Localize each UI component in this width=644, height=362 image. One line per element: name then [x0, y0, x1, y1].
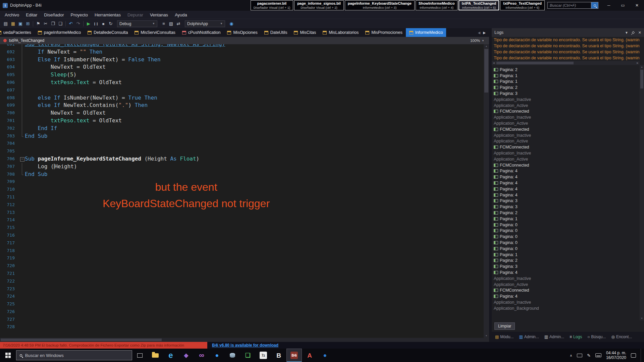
tab-pageinformemedico[interactable]: pageInformeMedico — [35, 28, 84, 37]
file-explorer-icon[interactable] — [148, 349, 163, 362]
panel-splitter[interactable] — [489, 28, 492, 342]
access-icon[interactable]: A — [302, 349, 317, 362]
open-sub-tile[interactable]: page_informe_signos.bilDiseñador Visual … — [294, 0, 344, 10]
tab-uedapacientes[interactable]: uedaPacientes — [0, 28, 35, 37]
blue-circle-app-icon[interactable]: ● — [317, 349, 333, 362]
open-sub-tile[interactable]: txtPeso_TextChangedInformeMedico (ctrl +… — [500, 0, 545, 10]
visual-studio-icon[interactable]: ∞ — [194, 349, 209, 362]
log-entry[interactable]: Pagina: 0 — [494, 222, 640, 228]
log-entry[interactable]: Pagina: 0 — [494, 228, 640, 234]
log-entry[interactable]: Pagina: 3 — [494, 204, 640, 210]
copy-icon[interactable]: ❐ — [49, 21, 57, 26]
log-entry[interactable]: Pagina: 4 — [494, 180, 640, 186]
cut-icon[interactable]: ✂ — [42, 21, 49, 26]
edge-icon[interactable]: e — [163, 349, 178, 362]
log-entry[interactable]: Application_Inactive — [494, 276, 640, 282]
dock-tab-mdu[interactable]: ▤Módu... — [493, 333, 516, 341]
dock-tab-logs[interactable]: ≡Logs — [568, 333, 584, 341]
redo-icon[interactable]: ↷ — [74, 21, 82, 26]
menu-ventanas[interactable]: Ventanas — [147, 12, 171, 17]
open-sub-tile[interactable]: pagacontener.bilDiseñador Visual (ctrl +… — [251, 0, 293, 10]
logs-horizontal-scrollbar[interactable]: ◀ ▶ — [492, 61, 640, 65]
taskbar-search-input[interactable] — [25, 353, 128, 358]
scroll-left-icon[interactable]: ◀ — [492, 61, 496, 65]
log-entry[interactable]: Application_Active — [494, 282, 640, 288]
close-panel-icon[interactable]: ✕ — [638, 31, 641, 35]
7zip-icon[interactable]: 7z — [256, 349, 271, 362]
tab-misserviconsultas[interactable]: MisServiConsultas — [131, 28, 179, 37]
editor-zoom-select[interactable]: 100% ▼ — [470, 39, 489, 43]
log-entry[interactable]: Pagina: 0 — [494, 234, 640, 240]
run-icon[interactable]: ▶ — [85, 21, 92, 26]
tab-detalledeconsulta[interactable]: DetalledeConsulta — [84, 28, 131, 37]
blue-dot-app-icon[interactable]: ● — [209, 349, 225, 362]
log-entry[interactable]: FCMConnected — [494, 287, 640, 293]
dock-tab-admin[interactable]: ▥Admin... — [517, 333, 541, 341]
scroll-up-icon[interactable]: ▲ — [640, 65, 644, 69]
task-view-button[interactable] — [132, 349, 148, 362]
undo-icon[interactable]: ↶ — [67, 21, 74, 26]
tab-mislaboratorios[interactable]: MisLaboratorios — [319, 28, 362, 37]
b4i-icon[interactable]: B4i — [286, 349, 302, 362]
hidden-icons-chevron[interactable]: ∧ — [570, 354, 572, 357]
log-entry[interactable]: FCMConnected — [494, 162, 640, 168]
log-entry[interactable]: Application_Active — [494, 138, 640, 144]
tab-informemedico[interactable]: InformeMedico — [406, 28, 446, 37]
start-button[interactable] — [0, 349, 16, 362]
log-entry[interactable]: Pagina: 2 — [494, 258, 640, 264]
new-file-icon[interactable]: ▤ — [2, 21, 9, 26]
log-entry[interactable]: Pagina: 1 — [494, 79, 640, 85]
save-all-icon[interactable]: ⊞ — [24, 21, 32, 26]
log-entry[interactable]: Pagina: 4 — [494, 269, 640, 276]
log-entry[interactable]: Pagina: 3 — [494, 90, 640, 97]
action-center-icon[interactable] — [631, 353, 636, 358]
scroll-tabs-left-icon[interactable]: ◀ — [478, 31, 481, 35]
sync-icon[interactable]: ⇄ — [175, 21, 182, 26]
logs-vertical-scrollbar[interactable]: ▲ ▼ — [640, 65, 644, 320]
show-desktop-button[interactable] — [641, 349, 643, 362]
log-entry[interactable]: Pagina: 1 — [494, 252, 640, 258]
panel-menu-icon[interactable]: ▼ — [625, 31, 628, 35]
bookmark-icon[interactable]: ⚑ — [35, 21, 42, 26]
log-entry[interactable]: Application_Inactive — [494, 132, 640, 138]
scroll-down-icon[interactable]: ▼ — [640, 316, 644, 320]
log-entry[interactable]: Pagina: 1 — [494, 216, 640, 222]
tab-misopciones[interactable]: MisOpciones — [224, 28, 261, 37]
log-entry[interactable]: Application_Active — [494, 156, 640, 162]
scrollbar-thumb[interactable] — [1, 339, 162, 341]
stop-icon[interactable]: ■ — [100, 22, 107, 26]
tab-dateutils[interactable]: DateUtils — [261, 28, 291, 37]
log-entry[interactable]: Pagina: 2 — [494, 67, 640, 73]
dock-tab-encont[interactable]: ◎Encont... — [609, 333, 634, 341]
maximize-button[interactable]: ▭ — [616, 0, 630, 11]
log-entry[interactable]: FCMConnected — [494, 126, 640, 132]
tab-cpushnotification[interactable]: cPushNotification — [179, 28, 224, 37]
save-icon[interactable]: ▣ — [17, 21, 24, 26]
tab-miscitas[interactable]: MisCitas — [290, 28, 319, 37]
b4a-icon[interactable]: B — [271, 349, 286, 362]
log-entry[interactable]: Pagina: 0 — [494, 240, 640, 246]
dock-tab-admin[interactable]: ▥Admin... — [542, 333, 566, 341]
build-config-select[interactable]: Debug ▼ — [117, 20, 157, 27]
log-entry[interactable]: Application_Active — [494, 103, 640, 109]
update-available-link[interactable]: B4i v6.80 is available for download — [207, 343, 283, 348]
tab-mispromociones[interactable]: MisPromociones — [362, 28, 406, 37]
log-entry[interactable]: Pagina: 0 — [494, 246, 640, 252]
scroll-down-icon[interactable]: ▼ — [484, 334, 489, 338]
designer-icon[interactable]: ▧ — [167, 21, 175, 26]
menu-editar[interactable]: Editar — [22, 12, 41, 17]
log-entry[interactable]: Pagina: 4 — [494, 293, 640, 299]
menu-depurar[interactable]: Depurar — [124, 12, 147, 17]
log-entry[interactable]: Application_Inactive — [494, 97, 640, 103]
log-entry[interactable]: Pagina: 4 — [494, 168, 640, 174]
minimize-button[interactable]: ─ — [602, 0, 616, 11]
scroll-right-icon[interactable]: ▶ — [636, 61, 640, 65]
editor-horizontal-scrollbar[interactable] — [0, 338, 489, 342]
editor-vertical-scrollbar[interactable]: ▲ ▼ — [484, 44, 489, 338]
pen-icon[interactable]: ✎ — [587, 353, 591, 358]
log-entry[interactable]: FCMConnected — [494, 109, 640, 115]
code-editor[interactable]: 691Sub txtPeso_TextChanged (OldText As S… — [0, 44, 484, 338]
taskbar-clock[interactable]: 04:44 p. m. 16/07/2020 — [606, 351, 626, 360]
paste-icon[interactable]: ❑ — [57, 21, 64, 26]
current-sub-label[interactable]: txtPA_TextChanged — [9, 38, 44, 43]
